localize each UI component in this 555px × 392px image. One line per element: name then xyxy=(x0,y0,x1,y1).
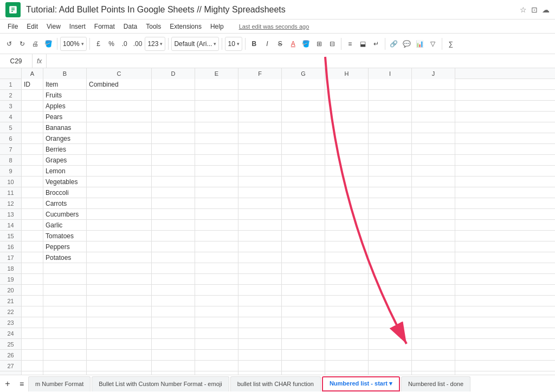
chart-button[interactable]: 📊 xyxy=(414,37,426,51)
cell-A13[interactable] xyxy=(22,209,43,220)
cell-D17[interactable] xyxy=(152,252,195,263)
menu-help[interactable]: Help xyxy=(206,22,228,31)
cell-C28[interactable] xyxy=(87,371,152,375)
cell-D18[interactable] xyxy=(152,263,195,274)
cell-J26[interactable] xyxy=(412,350,455,361)
cell-B2[interactable]: Fruits xyxy=(43,90,87,101)
cell-D6[interactable] xyxy=(152,133,195,144)
cell-B25[interactable] xyxy=(43,339,87,350)
cell-G23[interactable] xyxy=(282,317,325,328)
cell-C14[interactable] xyxy=(87,220,152,231)
cell-I9[interactable] xyxy=(369,166,412,177)
cell-H14[interactable] xyxy=(325,220,369,231)
folder-icon[interactable]: ⊡ xyxy=(531,5,538,14)
cell-J16[interactable] xyxy=(412,241,455,252)
cell-H6[interactable] xyxy=(325,133,369,144)
cell-D9[interactable] xyxy=(152,166,195,177)
cell-J6[interactable] xyxy=(412,133,455,144)
cell-B17[interactable]: Potatoes xyxy=(43,252,87,263)
col-header-i[interactable]: I xyxy=(369,68,412,79)
cell-H15[interactable] xyxy=(325,231,369,241)
cell-H26[interactable] xyxy=(325,350,369,361)
cell-G16[interactable] xyxy=(282,241,325,252)
cell-I28[interactable] xyxy=(369,371,412,375)
currency-button[interactable]: £ xyxy=(93,37,105,51)
col-header-f[interactable]: F xyxy=(238,68,282,79)
cell-I6[interactable] xyxy=(369,133,412,144)
cell-E11[interactable] xyxy=(195,187,238,198)
font-dropdown[interactable]: Default (Ari... ▾ xyxy=(171,37,219,51)
cell-H24[interactable] xyxy=(325,328,369,339)
cell-A9[interactable] xyxy=(22,166,43,177)
cell-G7[interactable] xyxy=(282,144,325,155)
cell-G20[interactable] xyxy=(282,285,325,296)
cell-B1[interactable]: Item xyxy=(43,79,87,90)
cell-E14[interactable] xyxy=(195,220,238,231)
cell-J11[interactable] xyxy=(412,187,455,198)
cell-B16[interactable]: Peppers xyxy=(43,241,87,252)
col-header-c[interactable]: C xyxy=(87,68,152,79)
cell-G19[interactable] xyxy=(282,274,325,285)
cell-E8[interactable] xyxy=(195,155,238,166)
cell-F12[interactable] xyxy=(238,198,282,209)
cell-F26[interactable] xyxy=(238,350,282,361)
number-format-dropdown[interactable]: 123 ▾ xyxy=(145,37,165,51)
cell-E20[interactable] xyxy=(195,285,238,296)
cell-G22[interactable] xyxy=(282,306,325,317)
cell-J9[interactable] xyxy=(412,166,455,177)
cell-A25[interactable] xyxy=(22,339,43,350)
cell-C20[interactable] xyxy=(87,285,152,296)
cell-D15[interactable] xyxy=(152,231,195,241)
cell-H21[interactable] xyxy=(325,296,369,306)
cell-I11[interactable] xyxy=(369,187,412,198)
col-header-e[interactable]: E xyxy=(195,68,238,79)
cell-C10[interactable] xyxy=(87,177,152,187)
cell-E26[interactable] xyxy=(195,350,238,361)
cell-H11[interactable] xyxy=(325,187,369,198)
cell-E15[interactable] xyxy=(195,231,238,241)
cell-C1[interactable]: Combined xyxy=(87,79,152,90)
cell-B24[interactable] xyxy=(43,328,87,339)
cell-B27[interactable] xyxy=(43,361,87,371)
cell-C2[interactable] xyxy=(87,90,152,101)
cell-B22[interactable] xyxy=(43,306,87,317)
cell-C13[interactable] xyxy=(87,209,152,220)
cell-G14[interactable] xyxy=(282,220,325,231)
cell-J3[interactable] xyxy=(412,101,455,112)
cell-A8[interactable] xyxy=(22,155,43,166)
cell-J28[interactable] xyxy=(412,371,455,375)
cell-E7[interactable] xyxy=(195,144,238,155)
cell-B26[interactable] xyxy=(43,350,87,361)
cell-reference[interactable]: C29 xyxy=(0,54,33,68)
cell-E9[interactable] xyxy=(195,166,238,177)
cell-G4[interactable] xyxy=(282,112,325,122)
cell-A16[interactable] xyxy=(22,241,43,252)
print-button[interactable]: 🖨 xyxy=(29,37,41,51)
cell-I15[interactable] xyxy=(369,231,412,241)
cell-I5[interactable] xyxy=(369,122,412,133)
cell-E21[interactable] xyxy=(195,296,238,306)
cell-A17[interactable] xyxy=(22,252,43,263)
cell-I19[interactable] xyxy=(369,274,412,285)
cell-H23[interactable] xyxy=(325,317,369,328)
cell-A5[interactable] xyxy=(22,122,43,133)
cell-J25[interactable] xyxy=(412,339,455,350)
cell-H20[interactable] xyxy=(325,285,369,296)
paint-format-button[interactable]: 🪣 xyxy=(42,37,54,51)
cell-J24[interactable] xyxy=(412,328,455,339)
percent-button[interactable]: % xyxy=(106,37,118,51)
cell-B9[interactable]: Lemon xyxy=(43,166,87,177)
cell-J23[interactable] xyxy=(412,317,455,328)
cell-I3[interactable] xyxy=(369,101,412,112)
cell-J21[interactable] xyxy=(412,296,455,306)
cell-G15[interactable] xyxy=(282,231,325,241)
cell-F6[interactable] xyxy=(238,133,282,144)
cell-I17[interactable] xyxy=(369,252,412,263)
cell-G27[interactable] xyxy=(282,361,325,371)
cell-G1[interactable] xyxy=(282,79,325,90)
cell-I26[interactable] xyxy=(369,350,412,361)
cell-J1[interactable] xyxy=(412,79,455,90)
cell-A15[interactable] xyxy=(22,231,43,241)
cell-H17[interactable] xyxy=(325,252,369,263)
cell-C8[interactable] xyxy=(87,155,152,166)
